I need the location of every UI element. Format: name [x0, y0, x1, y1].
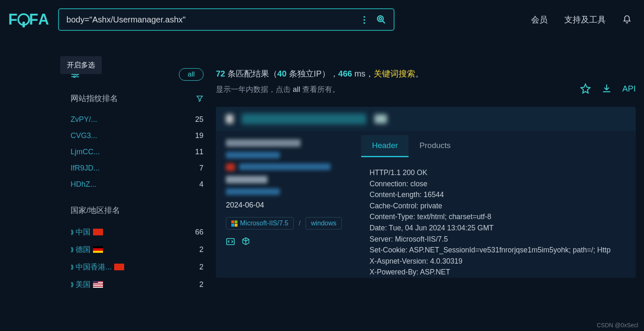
country-count: 2 — [199, 280, 203, 289]
country-count: 66 — [195, 228, 203, 237]
favorite-icon[interactable] — [580, 83, 591, 94]
search-input[interactable] — [66, 15, 360, 25]
chevron-right-icon: ⟫ — [71, 264, 74, 270]
search-button[interactable] — [376, 15, 386, 25]
fingerprint-item[interactable]: ZvPY/... — [71, 115, 97, 124]
country-item[interactable]: 德国 — [76, 245, 91, 254]
tooltip-multiselect: 开启多选 — [60, 56, 102, 74]
fingerprint-item[interactable]: IfR9JD... — [71, 164, 100, 173]
logo[interactable]: FFA — [8, 11, 50, 28]
results-summary: 72 条匹配结果（40 条独立IP），466 ms，关键词搜索。 — [216, 68, 636, 79]
fingerprint-count: 11 — [195, 148, 203, 156]
http-headers: HTTP/1.1 200 OKConnection: closeContent-… — [361, 157, 636, 278]
notifications-icon[interactable] — [622, 15, 632, 24]
fingerprint-count: 4 — [199, 180, 203, 189]
result-date: 2024-06-04 — [226, 201, 351, 210]
search-options-icon[interactable]: ⋯ — [359, 15, 370, 24]
tab-products[interactable]: Products — [409, 135, 461, 157]
result-card: 2024-06-04 Microsoft-IIS/7.5 / windows H… — [216, 107, 636, 278]
nav-member[interactable]: 会员 — [531, 14, 548, 25]
fingerprint-count: 19 — [195, 131, 203, 140]
svg-point-2 — [379, 17, 382, 20]
fingerprint-count: 25 — [195, 115, 203, 124]
tag-iis[interactable]: Microsoft-IIS/7.5 — [226, 217, 294, 230]
chevron-right-icon: ⟫ — [71, 229, 74, 235]
country-item[interactable]: 美国 — [76, 279, 91, 289]
chevron-right-icon: ⟫ — [71, 246, 74, 253]
chevron-right-icon: ⟫ — [71, 281, 74, 288]
flag-icon — [114, 264, 124, 270]
tag-separator: / — [299, 220, 300, 227]
download-icon[interactable] — [601, 83, 612, 94]
svg-point-0 — [377, 16, 383, 22]
cube-icon[interactable] — [242, 237, 250, 246]
flag-icon — [93, 281, 103, 288]
watermark: CSDN @0xSecl — [597, 322, 638, 329]
keyword-search-link[interactable]: 关键词搜索 — [374, 69, 415, 78]
api-link[interactable]: API — [622, 84, 636, 94]
fingerprint-item[interactable]: LjmCC... — [71, 148, 100, 156]
country-ranking-title: 国家/地区排名 — [71, 205, 120, 216]
fingerprint-ranking-title: 网站指纹排名 — [71, 93, 118, 104]
country-item[interactable]: 中国香港... — [76, 262, 112, 272]
search-box: ⋯ — [58, 8, 394, 31]
funnel-icon[interactable] — [196, 95, 203, 102]
country-item[interactable]: 中国 — [76, 227, 91, 237]
show-all-link[interactable]: all — [293, 85, 300, 94]
flag-icon — [93, 246, 103, 253]
fingerprint-item[interactable]: CVG3... — [71, 131, 97, 140]
country-count: 2 — [199, 245, 203, 254]
fingerprint-item[interactable]: HDhZ... — [71, 180, 96, 189]
svg-point-8 — [73, 76, 75, 78]
flag-icon — [93, 229, 103, 235]
fingerprint-count: 7 — [199, 164, 203, 173]
tag-windows[interactable]: windows — [306, 217, 342, 230]
svg-line-1 — [382, 21, 385, 23]
country-count: 2 — [199, 263, 203, 272]
code-icon[interactable] — [226, 237, 235, 246]
tab-header[interactable]: Header — [361, 135, 409, 157]
filter-all-button[interactable]: all — [179, 68, 203, 81]
results-subtext: 显示一年内数据，点击 all 查看所有。 — [216, 84, 636, 94]
nav-support[interactable]: 支持及工具 — [564, 14, 606, 25]
microsoft-icon — [231, 220, 238, 227]
